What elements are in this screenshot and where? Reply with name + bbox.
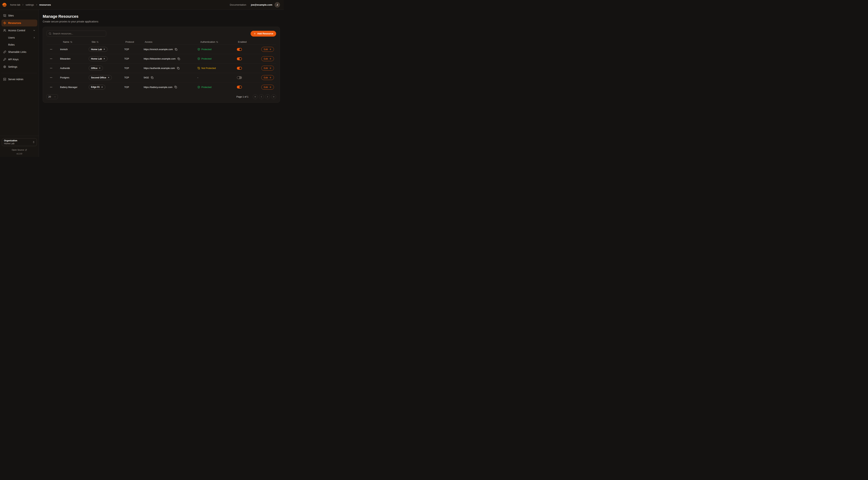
access-value: https://battery.example.com xyxy=(144,86,173,89)
sidebar-item-sites[interactable]: Sites xyxy=(1,12,37,19)
enabled-toggle[interactable] xyxy=(237,76,242,79)
sidebar-item-label: API Keys xyxy=(8,58,19,61)
avatar[interactable]: J xyxy=(275,2,280,7)
sort-icon xyxy=(216,41,218,43)
edit-button[interactable]: Edit xyxy=(261,85,274,90)
auth-cell: Protected xyxy=(197,86,237,89)
search-input[interactable] xyxy=(53,32,104,35)
shield-icon xyxy=(197,67,200,69)
edit-label: Edit xyxy=(264,57,268,60)
row-actions-button[interactable] xyxy=(49,76,53,80)
resource-name: Battery Manager xyxy=(60,86,89,89)
protocol-value: TCP xyxy=(124,57,144,60)
topbar: home-lab settings resources Documentatio… xyxy=(0,0,284,10)
chevron-right-icon xyxy=(266,96,269,98)
sidebar-item-server-admin[interactable]: Server Admin xyxy=(1,76,37,83)
sidebar-item-users[interactable]: Users xyxy=(1,34,37,41)
protocol-value: TCP xyxy=(124,67,144,69)
open-source-link[interactable]: Open Source xyxy=(2,149,37,151)
chevrons-right-icon xyxy=(273,96,275,98)
search-box xyxy=(46,31,106,36)
previous-page-button[interactable] xyxy=(259,94,264,99)
plus-icon xyxy=(253,32,256,35)
access-value: https://authentik.example.com xyxy=(144,67,175,69)
last-page-button[interactable] xyxy=(271,94,276,99)
breadcrumb-home-lab[interactable]: home-lab xyxy=(10,3,20,6)
shield-icon xyxy=(197,57,200,60)
documentation-link[interactable]: Documentation xyxy=(230,3,246,6)
site-name: Home Lab xyxy=(91,58,102,60)
first-page-button[interactable] xyxy=(253,94,258,99)
protocol-value: TCP xyxy=(124,48,144,51)
sidebar-item-api-keys[interactable]: API Keys xyxy=(1,56,37,63)
site-link-button[interactable]: Office xyxy=(89,66,103,70)
arrow-up-right-icon xyxy=(101,86,103,88)
enabled-toggle[interactable] xyxy=(237,48,242,51)
access-value: https://bitwarden.example.com xyxy=(144,57,176,60)
sites-icon xyxy=(3,14,6,17)
edit-button[interactable]: Edit xyxy=(261,47,274,52)
site-link-button[interactable]: Home Lab xyxy=(89,56,107,61)
sidebar-item-settings[interactable]: Settings xyxy=(1,63,37,70)
column-header-name[interactable]: Name xyxy=(60,40,89,43)
copy-button[interactable] xyxy=(177,67,180,70)
version-label: v1.3.0 xyxy=(2,153,37,155)
chevron-down-icon xyxy=(33,29,35,32)
sort-icon xyxy=(70,41,72,43)
next-page-button[interactable] xyxy=(265,94,270,99)
toggle-knob xyxy=(239,48,242,51)
org-selector[interactable]: Organization Home Lab xyxy=(2,138,37,146)
toggle-knob xyxy=(239,58,242,60)
arrow-up-right-icon xyxy=(103,58,105,60)
breadcrumb-settings[interactable]: settings xyxy=(26,3,34,6)
copy-icon xyxy=(178,58,180,60)
resource-name: Authentik xyxy=(60,67,89,69)
copy-button[interactable] xyxy=(151,76,154,79)
edit-button[interactable]: Edit xyxy=(261,75,274,80)
arrow-right-icon xyxy=(269,58,272,60)
edit-button[interactable]: Edit xyxy=(261,66,274,70)
app-logo[interactable] xyxy=(1,2,7,8)
ellipsis-icon xyxy=(50,48,53,51)
arrow-right-icon xyxy=(269,77,272,79)
edit-button[interactable]: Edit xyxy=(261,56,274,61)
chevrons-left-icon xyxy=(254,96,256,98)
column-header-site[interactable]: Site xyxy=(89,40,124,43)
page-size-select[interactable]: 20 xyxy=(46,94,58,99)
enabled-toggle[interactable] xyxy=(237,86,242,89)
arrow-right-icon xyxy=(269,67,272,69)
sidebar-item-roles[interactable]: Roles xyxy=(1,41,37,48)
add-resource-button[interactable]: Add Resource xyxy=(251,31,276,36)
enabled-toggle[interactable] xyxy=(237,67,242,70)
site-link-button[interactable]: Second Office xyxy=(89,75,112,80)
site-link-button[interactable]: Edge 01 xyxy=(89,85,105,90)
sidebar-item-label: Resources xyxy=(8,22,21,24)
sidebar-item-shareable-links[interactable]: Shareable Links xyxy=(1,49,37,55)
enabled-toggle[interactable] xyxy=(237,57,242,60)
resources-table: NameSiteProtocolAccessAuthenticationEnab… xyxy=(46,39,276,92)
table-row: Battery Manager Edge 01 TCP https://batt… xyxy=(46,82,276,92)
row-actions-button[interactable] xyxy=(49,48,53,51)
copy-button[interactable] xyxy=(174,85,177,89)
row-actions-button[interactable] xyxy=(49,85,53,89)
row-actions-button[interactable] xyxy=(49,66,53,70)
copy-button[interactable] xyxy=(177,57,180,60)
auth-cell: Protected xyxy=(197,57,237,60)
row-actions-button[interactable] xyxy=(49,57,53,61)
sidebar-item-access-control[interactable]: Access Control xyxy=(1,27,37,34)
gear-icon xyxy=(3,65,6,68)
auth-status: - xyxy=(197,76,198,79)
column-header-authentication[interactable]: Authentication xyxy=(197,40,237,43)
edit-label: Edit xyxy=(264,67,268,69)
site-link-button[interactable]: Home Lab xyxy=(89,47,107,52)
edit-label: Edit xyxy=(264,86,268,89)
sidebar-divider xyxy=(1,73,37,73)
table-row: Immich Home Lab TCP https://immich.examp… xyxy=(46,45,276,54)
site-name: Edge 01 xyxy=(91,86,100,88)
copy-button[interactable] xyxy=(175,48,178,51)
toggle-knob xyxy=(239,86,242,88)
sidebar-item-resources[interactable]: Resources xyxy=(1,20,37,26)
chevron-down-icon xyxy=(54,96,56,98)
column-header-access: Access xyxy=(144,40,197,43)
protocol-value: TCP xyxy=(124,76,144,79)
